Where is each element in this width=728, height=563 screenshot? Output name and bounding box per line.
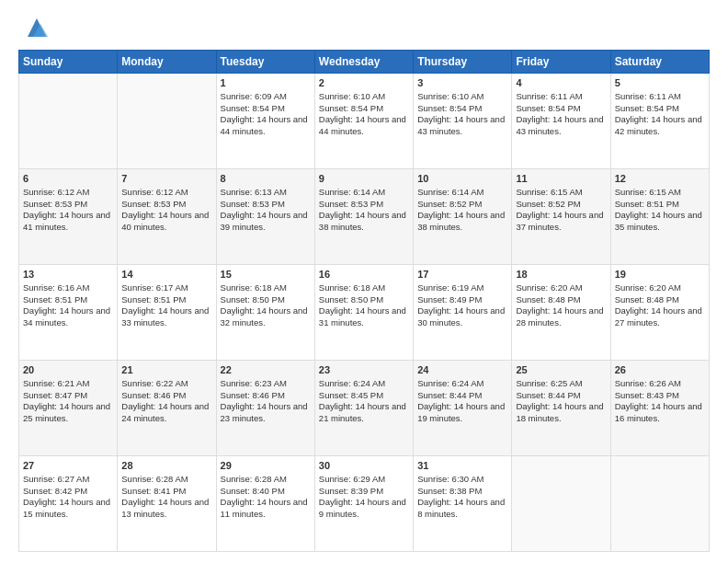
week-row-1: 1Sunrise: 6:09 AMSunset: 8:54 PMDaylight… xyxy=(19,74,710,169)
daylight-text: Daylight: 14 hours and 24 minutes. xyxy=(121,401,211,425)
sunrise-text: Sunrise: 6:24 AM xyxy=(417,378,507,390)
sunrise-text: Sunrise: 6:20 AM xyxy=(615,282,705,294)
sunrise-text: Sunrise: 6:14 AM xyxy=(417,187,507,199)
weekday-header-monday: Monday xyxy=(118,51,216,74)
day-number: 26 xyxy=(615,363,705,377)
sunrise-text: Sunrise: 6:10 AM xyxy=(319,91,409,103)
sunset-text: Sunset: 8:44 PM xyxy=(417,390,507,402)
calendar-cell: 10Sunrise: 6:14 AMSunset: 8:52 PMDayligh… xyxy=(414,169,512,265)
daylight-text: Daylight: 14 hours and 43 minutes. xyxy=(516,114,606,138)
day-number: 28 xyxy=(121,459,211,473)
calendar-cell: 26Sunrise: 6:26 AMSunset: 8:43 PMDayligh… xyxy=(610,361,709,456)
day-number: 8 xyxy=(221,172,311,186)
calendar-cell: 7Sunrise: 6:12 AMSunset: 8:53 PMDaylight… xyxy=(118,169,216,265)
calendar-cell xyxy=(19,74,118,169)
sunset-text: Sunset: 8:44 PM xyxy=(516,390,606,402)
calendar-cell xyxy=(610,456,709,552)
logo-icon xyxy=(24,15,50,40)
sunset-text: Sunset: 8:45 PM xyxy=(319,390,409,402)
calendar-cell: 6Sunrise: 6:12 AMSunset: 8:53 PMDaylight… xyxy=(19,169,118,265)
calendar-cell: 29Sunrise: 6:28 AMSunset: 8:40 PMDayligh… xyxy=(216,456,314,552)
sunrise-text: Sunrise: 6:16 AM xyxy=(23,282,113,294)
day-number: 14 xyxy=(121,268,211,282)
daylight-text: Daylight: 14 hours and 42 minutes. xyxy=(615,114,705,138)
daylight-text: Daylight: 14 hours and 38 minutes. xyxy=(417,210,507,234)
daylight-text: Daylight: 14 hours and 37 minutes. xyxy=(516,210,606,234)
sunset-text: Sunset: 8:42 PM xyxy=(23,486,113,498)
daylight-text: Daylight: 14 hours and 44 minutes. xyxy=(319,114,409,138)
sunrise-text: Sunrise: 6:10 AM xyxy=(417,91,507,103)
calendar-cell: 9Sunrise: 6:14 AMSunset: 8:53 PMDaylight… xyxy=(314,169,413,265)
sunrise-text: Sunrise: 6:25 AM xyxy=(516,378,606,390)
weekday-header-wednesday: Wednesday xyxy=(314,51,413,74)
daylight-text: Daylight: 14 hours and 21 minutes. xyxy=(319,401,409,425)
daylight-text: Daylight: 14 hours and 25 minutes. xyxy=(23,401,113,425)
sunrise-text: Sunrise: 6:12 AM xyxy=(23,187,113,199)
sunset-text: Sunset: 8:54 PM xyxy=(516,103,606,115)
day-number: 6 xyxy=(23,172,113,186)
weekday-header-row: SundayMondayTuesdayWednesdayThursdayFrid… xyxy=(19,51,710,74)
sunrise-text: Sunrise: 6:15 AM xyxy=(516,187,606,199)
daylight-text: Daylight: 14 hours and 16 minutes. xyxy=(615,401,705,425)
sunset-text: Sunset: 8:54 PM xyxy=(417,103,507,115)
sunset-text: Sunset: 8:51 PM xyxy=(23,294,113,306)
day-number: 24 xyxy=(417,363,507,377)
daylight-text: Daylight: 14 hours and 40 minutes. xyxy=(121,210,211,234)
sunset-text: Sunset: 8:48 PM xyxy=(516,294,606,306)
calendar-cell: 24Sunrise: 6:24 AMSunset: 8:44 PMDayligh… xyxy=(414,361,512,456)
logo xyxy=(18,15,50,40)
sunset-text: Sunset: 8:48 PM xyxy=(615,294,705,306)
week-row-5: 27Sunrise: 6:27 AMSunset: 8:42 PMDayligh… xyxy=(19,456,710,552)
daylight-text: Daylight: 14 hours and 33 minutes. xyxy=(121,305,211,329)
sunrise-text: Sunrise: 6:18 AM xyxy=(221,282,311,294)
day-number: 15 xyxy=(221,268,311,282)
daylight-text: Daylight: 14 hours and 43 minutes. xyxy=(417,114,507,138)
sunrise-text: Sunrise: 6:17 AM xyxy=(121,282,211,294)
daylight-text: Daylight: 14 hours and 9 minutes. xyxy=(319,497,409,521)
day-number: 5 xyxy=(615,76,705,90)
day-number: 9 xyxy=(319,172,409,186)
calendar-cell: 22Sunrise: 6:23 AMSunset: 8:46 PMDayligh… xyxy=(216,361,314,456)
daylight-text: Daylight: 14 hours and 38 minutes. xyxy=(319,210,409,234)
calendar-cell: 11Sunrise: 6:15 AMSunset: 8:52 PMDayligh… xyxy=(512,169,610,265)
sunset-text: Sunset: 8:49 PM xyxy=(417,294,507,306)
weekday-header-saturday: Saturday xyxy=(610,51,709,74)
sunset-text: Sunset: 8:46 PM xyxy=(121,390,211,402)
calendar-cell: 19Sunrise: 6:20 AMSunset: 8:48 PMDayligh… xyxy=(610,265,709,361)
calendar-cell: 30Sunrise: 6:29 AMSunset: 8:39 PMDayligh… xyxy=(314,456,413,552)
sunrise-text: Sunrise: 6:13 AM xyxy=(221,187,311,199)
day-number: 17 xyxy=(417,268,507,282)
daylight-text: Daylight: 14 hours and 13 minutes. xyxy=(121,497,211,521)
daylight-text: Daylight: 14 hours and 32 minutes. xyxy=(221,305,311,329)
calendar-cell: 13Sunrise: 6:16 AMSunset: 8:51 PMDayligh… xyxy=(19,265,118,361)
sunset-text: Sunset: 8:38 PM xyxy=(417,486,507,498)
calendar-cell: 5Sunrise: 6:11 AMSunset: 8:54 PMDaylight… xyxy=(610,74,709,169)
sunrise-text: Sunrise: 6:27 AM xyxy=(23,474,113,486)
sunset-text: Sunset: 8:54 PM xyxy=(615,103,705,115)
daylight-text: Daylight: 14 hours and 31 minutes. xyxy=(319,305,409,329)
week-row-3: 13Sunrise: 6:16 AMSunset: 8:51 PMDayligh… xyxy=(19,265,710,361)
daylight-text: Daylight: 14 hours and 23 minutes. xyxy=(221,401,311,425)
sunset-text: Sunset: 8:47 PM xyxy=(23,390,113,402)
daylight-text: Daylight: 14 hours and 28 minutes. xyxy=(516,305,606,329)
sunrise-text: Sunrise: 6:26 AM xyxy=(615,378,705,390)
sunrise-text: Sunrise: 6:12 AM xyxy=(121,187,211,199)
sunset-text: Sunset: 8:46 PM xyxy=(221,390,311,402)
calendar-cell: 1Sunrise: 6:09 AMSunset: 8:54 PMDaylight… xyxy=(216,74,314,169)
calendar-cell: 12Sunrise: 6:15 AMSunset: 8:51 PMDayligh… xyxy=(610,169,709,265)
sunrise-text: Sunrise: 6:29 AM xyxy=(319,474,409,486)
calendar-cell xyxy=(512,456,610,552)
calendar-cell: 25Sunrise: 6:25 AMSunset: 8:44 PMDayligh… xyxy=(512,361,610,456)
sunrise-text: Sunrise: 6:28 AM xyxy=(121,474,211,486)
daylight-text: Daylight: 14 hours and 27 minutes. xyxy=(615,305,705,329)
calendar-cell: 28Sunrise: 6:28 AMSunset: 8:41 PMDayligh… xyxy=(118,456,216,552)
daylight-text: Daylight: 14 hours and 41 minutes. xyxy=(23,210,113,234)
sunrise-text: Sunrise: 6:21 AM xyxy=(23,378,113,390)
day-number: 7 xyxy=(121,172,211,186)
day-number: 2 xyxy=(319,76,409,90)
day-number: 3 xyxy=(417,76,507,90)
day-number: 20 xyxy=(23,363,113,377)
calendar-cell: 27Sunrise: 6:27 AMSunset: 8:42 PMDayligh… xyxy=(19,456,118,552)
day-number: 19 xyxy=(615,268,705,282)
day-number: 21 xyxy=(121,363,211,377)
